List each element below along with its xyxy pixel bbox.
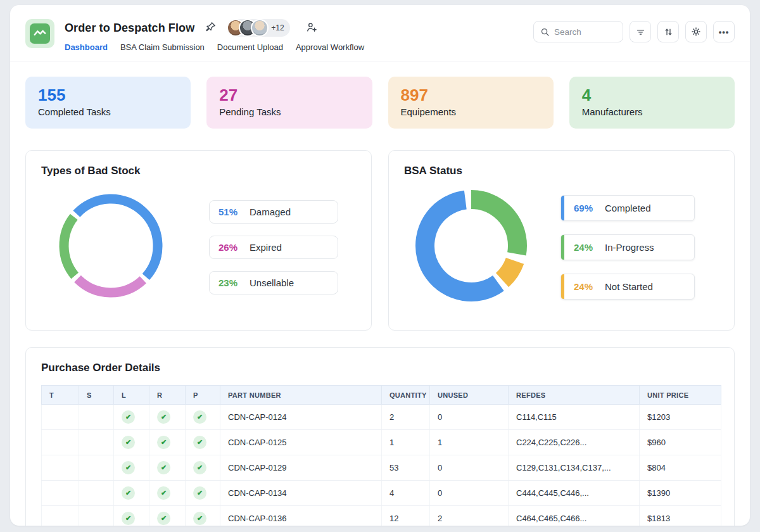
sort-button[interactable] — [657, 21, 679, 42]
flag-cell: ✔ — [114, 506, 149, 526]
table-row[interactable]: ✔✔✔CDN-CAP-012420C114,C115$1203 — [42, 405, 721, 430]
pin-button[interactable] — [203, 20, 218, 36]
legend-label: Damaged — [250, 206, 291, 217]
flag-cell — [79, 481, 114, 506]
stat-card-completed-tasks: 155 Completed Tasks — [25, 77, 191, 129]
flag-cell — [79, 455, 114, 481]
legend-pct: 51% — [218, 206, 241, 217]
flag-cell — [42, 405, 79, 430]
flag-cell: ✔ — [186, 405, 220, 430]
add-member-button[interactable] — [304, 20, 319, 37]
flag-cell: ✔ — [149, 430, 186, 455]
flag-cell: ✔ — [149, 506, 186, 526]
table-cell: 4 — [382, 481, 430, 506]
search-input[interactable] — [554, 27, 616, 37]
legend-pct: 24% — [574, 242, 597, 253]
table-cell: CDN-CAP-0124 — [220, 405, 382, 430]
legend-label: Not Started — [605, 281, 653, 292]
tab-bsa-claim-submission[interactable]: BSA Claim Submission — [120, 42, 205, 52]
legend-pct: 69% — [574, 203, 597, 213]
pin-icon — [205, 21, 217, 35]
check-icon: ✔ — [157, 410, 170, 424]
gear-icon — [690, 26, 702, 37]
column-header-p: P — [186, 386, 220, 405]
flag-cell — [42, 430, 79, 455]
legend-item-in-progress: 24% In-Progress — [560, 234, 695, 260]
table-cell: $1813 — [640, 506, 721, 526]
check-icon: ✔ — [122, 512, 135, 525]
flag-cell: ✔ — [186, 430, 220, 455]
check-icon: ✔ — [122, 436, 135, 449]
purchase-order-details-card: Purchase Order Details TSLRPPART NUMBERQ… — [25, 347, 735, 526]
column-header-quantity: QUANTITY — [382, 386, 430, 405]
flag-cell — [79, 405, 114, 430]
flag-cell — [42, 506, 79, 526]
check-icon: ✔ — [193, 436, 206, 449]
legend-color-bar — [561, 274, 564, 299]
table-cell: 1 — [382, 430, 430, 455]
tab-document-upload[interactable]: Document Upload — [217, 42, 283, 52]
filter-icon — [635, 27, 646, 37]
tab-dashboard[interactable]: Dashboard — [65, 42, 108, 52]
search-box — [533, 21, 623, 42]
check-icon: ✔ — [122, 461, 135, 474]
check-icon: ✔ — [157, 436, 170, 449]
stat-label: Completed Tasks — [38, 106, 178, 117]
tab-approval-workflow[interactable]: Approval Workflow — [296, 42, 364, 52]
page-title: Order to Despatch Flow — [65, 22, 194, 35]
sort-icon — [663, 27, 674, 37]
check-icon: ✔ — [157, 512, 170, 525]
stat-value: 897 — [401, 85, 541, 106]
check-icon: ✔ — [193, 410, 206, 424]
flag-cell: ✔ — [186, 506, 220, 526]
column-header-unused: UNUSED — [430, 386, 509, 405]
avatar-more-count: +12 — [271, 23, 284, 32]
table-row[interactable]: ✔✔✔CDN-CAP-0129530C129,C131,C134,C137,..… — [42, 455, 721, 481]
column-header-refdes: REFDES — [509, 386, 640, 405]
bad-stock-legend: 51% Damaged 26% Expired 23% Unsellable — [209, 200, 338, 294]
table-row[interactable]: ✔✔✔CDN-CAP-012511C224,C225,C226...$960 — [42, 430, 721, 455]
flag-cell — [42, 455, 79, 481]
chart-title: BSA Status — [404, 165, 719, 177]
add-person-icon — [305, 21, 318, 35]
filter-button[interactable] — [630, 21, 651, 42]
po-table: TSLRPPART NUMBERQUANTITYUNUSEDREFDESUNIT… — [41, 385, 721, 526]
legend-item-unsellable: 23% Unsellable — [209, 271, 338, 294]
table-row[interactable]: ✔✔✔CDN-CAP-0136122C464,C465,C466...$1813 — [42, 506, 721, 526]
flag-cell: ✔ — [149, 455, 186, 481]
legend-label: Expired — [250, 242, 282, 253]
table-row[interactable]: ✔✔✔CDN-CAP-013440C444,C445,C446,...$1390 — [42, 481, 721, 506]
flag-cell: ✔ — [114, 455, 149, 481]
check-icon: ✔ — [157, 486, 170, 500]
table-cell: $960 — [640, 430, 721, 455]
more-button[interactable]: ••• — [713, 21, 735, 42]
column-header-t: T — [42, 386, 79, 405]
chart-line-icon — [30, 23, 50, 44]
settings-button[interactable] — [685, 21, 707, 42]
flag-cell: ✔ — [186, 481, 220, 506]
table-cell: C114,C115 — [509, 405, 640, 430]
table-cell: $1390 — [640, 481, 721, 506]
chart-title: Types of Bad Stock — [41, 165, 356, 177]
table-cell: CDN-CAP-0129 — [220, 455, 382, 481]
legend-color-bar — [561, 196, 564, 220]
check-icon: ✔ — [193, 512, 206, 525]
legend-item-completed: 69% Completed — [560, 195, 695, 221]
legend-color-bar — [561, 235, 564, 260]
table-cell: 12 — [382, 506, 430, 526]
column-header-part-number: PART NUMBER — [220, 386, 382, 405]
table-cell: 53 — [382, 455, 430, 481]
table-title: Purchase Order Details — [41, 362, 719, 374]
table-cell: C444,C445,C446,... — [509, 481, 640, 506]
dashboard-panel: Order to Despatch Flow +12 — [10, 5, 750, 526]
ellipsis-icon: ••• — [719, 27, 730, 37]
table-cell: 2 — [430, 506, 509, 526]
stat-value: 155 — [38, 85, 178, 106]
check-icon: ✔ — [122, 410, 135, 424]
app-icon — [25, 19, 54, 48]
table-cell: C224,C225,C226... — [509, 430, 640, 455]
check-icon: ✔ — [193, 486, 206, 500]
avatar-group[interactable]: +12 — [227, 19, 289, 37]
flag-cell — [79, 506, 114, 526]
legend-label: In-Progress — [605, 242, 654, 253]
